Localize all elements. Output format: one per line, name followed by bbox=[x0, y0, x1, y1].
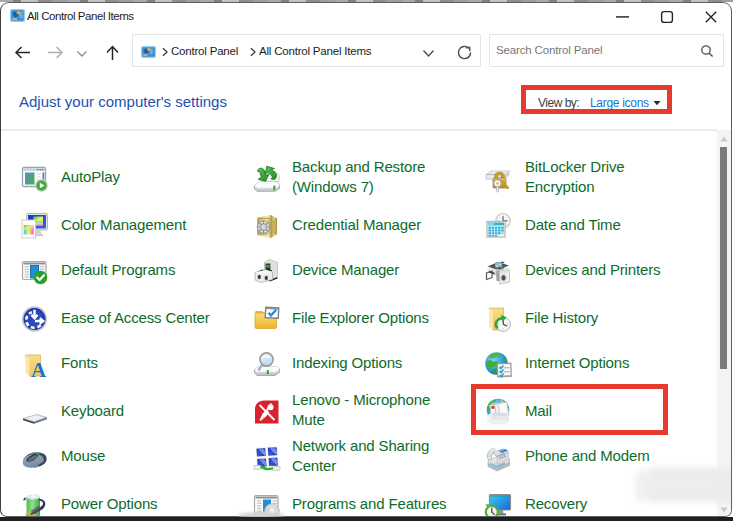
svg-text:A: A bbox=[31, 358, 47, 380]
